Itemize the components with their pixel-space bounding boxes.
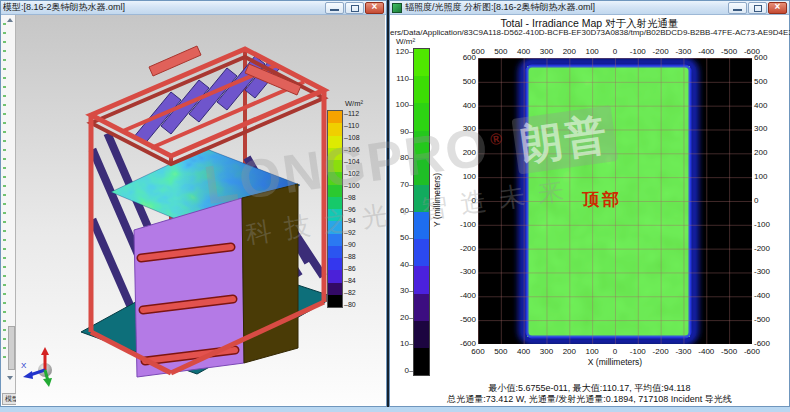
model-window: 模型:[8.16-2奥特朗热水器.oml] 模型 bbox=[0, 0, 387, 407]
colorbar-labels: 1121101081061041021009896949290888684828… bbox=[344, 110, 360, 308]
colorbar-segment bbox=[414, 103, 429, 130]
y-axis-title: Y (millimeters) bbox=[432, 120, 442, 280]
map-window-titlebar[interactable]: 辐照度/光照度 分析图:[8.16-2奥特朗热水器.oml] bbox=[390, 1, 789, 15]
colorbar-segment bbox=[414, 158, 429, 185]
x-axis-title: X (millimeters) bbox=[478, 357, 752, 367]
colorbar-segment bbox=[414, 76, 429, 103]
colorbar-segment bbox=[328, 209, 342, 221]
tick-label: -100 bbox=[448, 221, 476, 229]
scrollbar-thumb[interactable] bbox=[8, 326, 15, 370]
tick-label: 200 bbox=[754, 149, 782, 157]
colorbar-segment bbox=[328, 172, 342, 184]
colorbar-segment bbox=[414, 321, 429, 348]
irradiance-plot: 顶部 bbox=[478, 58, 752, 344]
colorbar-segment bbox=[328, 258, 342, 270]
colorbar-unit: W/m² bbox=[396, 37, 430, 46]
colorbar-segment bbox=[328, 234, 342, 246]
x-axis-ticks-bottom: 6005004003002001000-100-200-300-400-500-… bbox=[478, 347, 752, 356]
model-tree-sliver[interactable] bbox=[1, 15, 16, 394]
tick-label: -300 bbox=[674, 347, 693, 356]
colorbar-tick: 60 bbox=[394, 206, 413, 215]
tick-label: 500 bbox=[754, 78, 782, 86]
colorbar-unit: W/m² bbox=[345, 99, 385, 108]
colorbar-tick: 100 bbox=[394, 100, 413, 109]
restore-button[interactable] bbox=[748, 2, 767, 14]
colorbar-segment bbox=[414, 266, 429, 293]
colorbar-tick: 80 bbox=[344, 301, 360, 308]
tick-label: -200 bbox=[448, 245, 476, 253]
restore-button[interactable] bbox=[345, 2, 364, 14]
application-workspace: 模型:[8.16-2奥特朗热水器.oml] 模型 bbox=[0, 0, 790, 412]
colorbar-tick: 50 bbox=[394, 233, 413, 242]
colorbar-tick: 90 bbox=[344, 241, 360, 248]
colorbar-tick: 40 bbox=[394, 260, 413, 269]
colorbar-segment bbox=[328, 136, 342, 148]
y-axis-arrow bbox=[43, 378, 52, 387]
colorbar-segment bbox=[328, 270, 342, 282]
map-window-title: 辐照度/光照度 分析图:[8.16-2奥特朗热水器.oml] bbox=[405, 1, 728, 14]
colorbar-tick: 70 bbox=[394, 180, 413, 189]
colorbar-tick: 104 bbox=[344, 158, 360, 165]
tick-label: 600 bbox=[468, 347, 487, 356]
colorbar-labels: 1201101009080706050403020100 bbox=[394, 47, 413, 375]
stats-flux-rays: 总光通量:73.412 W, 光通量/发射光通量:0.1894, 717108 … bbox=[390, 393, 789, 406]
tick-label: 100 bbox=[583, 347, 602, 356]
colorbar-segment bbox=[328, 246, 342, 258]
tick-label: -500 bbox=[754, 316, 782, 324]
colorbar-segment bbox=[328, 221, 342, 233]
tick-label: 200 bbox=[560, 47, 579, 56]
colorbar-tick: 86 bbox=[344, 265, 360, 272]
x-axis-label: X bbox=[21, 361, 27, 370]
colorbar-tick: 108 bbox=[344, 134, 360, 141]
close-button[interactable] bbox=[365, 2, 384, 14]
tick-label: 100 bbox=[583, 47, 602, 56]
colorbar-segment bbox=[414, 294, 429, 321]
model-window-title: 模型:[8.16-2奥特朗热水器.oml] bbox=[3, 1, 325, 14]
tick-label: -100 bbox=[628, 47, 647, 56]
colorbar-tick: 102 bbox=[344, 170, 360, 177]
tick-label: 300 bbox=[537, 347, 556, 356]
analysis-window-icon bbox=[392, 3, 402, 13]
tick-label: -500 bbox=[448, 316, 476, 324]
colorbar-tick: 112 bbox=[344, 110, 360, 117]
x-axis-ticks-top: 6005004003002001000-100-200-300-400-500-… bbox=[478, 47, 752, 56]
colorbar-segment bbox=[414, 212, 429, 239]
scroll-up-icon[interactable] bbox=[7, 18, 13, 22]
scroll-down-icon[interactable] bbox=[7, 376, 13, 380]
colorbar-segment bbox=[414, 239, 429, 266]
colorbar-segment bbox=[328, 148, 342, 160]
tick-label: 400 bbox=[754, 102, 782, 110]
tick-label: -500 bbox=[720, 47, 739, 56]
colorbar-tick: 30 bbox=[394, 286, 413, 295]
colorbar-segment bbox=[328, 295, 342, 307]
colorbar-tick: 10 bbox=[394, 339, 413, 348]
colorbar-segment bbox=[328, 185, 342, 197]
tick-label: 0 bbox=[754, 197, 782, 205]
tick-label: -400 bbox=[697, 347, 716, 356]
orientation-triad: X bbox=[21, 347, 52, 387]
colorbar-tick: 88 bbox=[344, 253, 360, 260]
colorbar-tick: 110 bbox=[394, 74, 413, 83]
colorbar-segment bbox=[414, 185, 429, 212]
colorbar-segment bbox=[414, 131, 429, 158]
tick-label: 100 bbox=[448, 173, 476, 181]
minimize-button[interactable] bbox=[728, 2, 747, 14]
colorbar-tick: 92 bbox=[344, 229, 360, 236]
model-window-titlebar[interactable]: 模型:[8.16-2奥特朗热水器.oml] bbox=[1, 1, 386, 15]
colorbar-segment bbox=[328, 160, 342, 172]
colorbar-tick: 110 bbox=[344, 122, 360, 129]
tick-label: -400 bbox=[697, 47, 716, 56]
colorbar-tick: 0 bbox=[394, 366, 413, 375]
top-surface-annotation: 顶部 bbox=[582, 188, 622, 211]
colorbar-tick: 120 bbox=[394, 47, 413, 56]
map-colorbar: W/m² 1201101009080706050403020100 bbox=[394, 37, 430, 376]
taskbar-edge-strip bbox=[0, 407, 790, 412]
tick-label: -400 bbox=[448, 292, 476, 300]
minimize-button[interactable] bbox=[325, 2, 344, 14]
close-button[interactable] bbox=[768, 2, 787, 14]
tick-label: 200 bbox=[448, 149, 476, 157]
tick-label: -300 bbox=[448, 268, 476, 276]
viewport-3d[interactable]: X W/m² 112110108106104102100989694929088… bbox=[16, 15, 385, 405]
colorbar-segment bbox=[414, 348, 429, 375]
tick-label: 0 bbox=[448, 197, 476, 205]
